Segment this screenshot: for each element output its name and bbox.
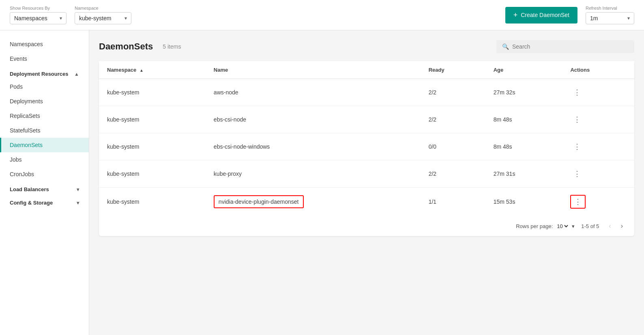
- items-count: 5 items: [163, 43, 181, 50]
- show-resources-chevron-icon: ▾: [60, 15, 62, 21]
- table-row: kube-system nvidia-device-plugin-daemons…: [99, 188, 634, 216]
- actions-menu-button[interactable]: ⋮: [570, 168, 584, 180]
- load-balancers-toggle-icon[interactable]: ▾: [77, 187, 79, 192]
- sidebar-item-namespaces[interactable]: Namespaces: [0, 37, 89, 51]
- table-container: Namespace ▲ Name Ready Age: [99, 61, 634, 236]
- table-row: kube-system kube-proxy 2/2 27m 31s ⋮: [99, 160, 634, 188]
- highlighted-actions[interactable]: ⋮: [570, 195, 586, 209]
- cell-name: aws-node: [206, 79, 421, 106]
- cell-actions: ⋮: [562, 79, 634, 106]
- show-resources-group: Show Resources By Namespaces ▾: [10, 6, 67, 24]
- namespace-label: Namespace: [75, 6, 131, 11]
- refresh-select-wrapper[interactable]: 1m 5m 30s Off ▾: [586, 12, 634, 24]
- sidebar-item-replicasets[interactable]: ReplicaSets: [0, 109, 89, 123]
- cell-namespace: kube-system: [99, 79, 206, 106]
- sidebar-item-jobs[interactable]: Jobs: [0, 152, 89, 167]
- col-ready: Ready: [421, 61, 485, 79]
- sidebar-item-deployments[interactable]: Deployments: [0, 94, 89, 109]
- search-input[interactable]: [512, 43, 629, 50]
- actions-menu-button[interactable]: ⋮: [570, 141, 584, 153]
- search-box[interactable]: 🔍: [496, 40, 634, 53]
- table-row: kube-system ebs-csi-node-windows 0/0 8m …: [99, 133, 634, 160]
- cell-actions: ⋮: [562, 133, 634, 160]
- show-resources-select-wrapper[interactable]: Namespaces ▾: [10, 12, 67, 24]
- sidebar-item-cronjobs[interactable]: CronJobs: [0, 167, 89, 181]
- rows-per-page-group: Rows per page: 10 25 50 ▾: [516, 223, 575, 230]
- sidebar: Namespaces Events Deployment Resources ▲…: [0, 30, 89, 335]
- rows-per-page-label: Rows per page:: [516, 223, 553, 229]
- top-bar: Show Resources By Namespaces ▾ Namespace…: [0, 0, 644, 30]
- cell-actions: ⋮: [562, 106, 634, 133]
- create-daemonset-button[interactable]: + Create DaemonSet: [505, 7, 577, 23]
- cell-age: 15m 53s: [485, 188, 562, 216]
- prev-page-button[interactable]: ‹: [605, 221, 614, 231]
- deployment-resources-toggle-icon[interactable]: ▲: [74, 71, 79, 77]
- rows-per-page-chevron-icon: ▾: [572, 223, 575, 229]
- cell-name: ebs-csi-node-windows: [206, 133, 421, 160]
- pagination-label: 1-5 of 5: [581, 223, 599, 229]
- cell-age: 8m 48s: [485, 106, 562, 133]
- table-footer: Rows per page: 10 25 50 ▾ 1-5 of 5 ‹ ›: [99, 216, 634, 236]
- cell-age: 27m 31s: [485, 160, 562, 188]
- next-page-button[interactable]: ›: [618, 221, 626, 231]
- pagination: ‹ ›: [605, 221, 626, 231]
- cell-name: nvidia-device-plugin-daemonset: [206, 188, 421, 216]
- cell-name: kube-proxy: [206, 160, 421, 188]
- cell-namespace: kube-system: [99, 160, 206, 188]
- cell-namespace: kube-system: [99, 106, 206, 133]
- sidebar-item-daemonsets[interactable]: DaemonSets: [0, 138, 89, 152]
- refresh-chevron-icon: ▾: [627, 15, 630, 21]
- sidebar-section-load-balancers[interactable]: Load Balancers ▾: [0, 181, 89, 195]
- cell-age: 27m 32s: [485, 79, 562, 106]
- namespace-select[interactable]: kube-system: [79, 15, 121, 21]
- refresh-label: Refresh Interval: [586, 6, 634, 11]
- cell-namespace: kube-system: [99, 188, 206, 216]
- cell-ready: 1/1: [421, 188, 485, 216]
- cell-actions: ⋮: [562, 160, 634, 188]
- main-content: DaemonSets 5 items 🔍 Namespace ▲ Name: [89, 30, 644, 335]
- refresh-select[interactable]: 1m 5m 30s Off: [590, 15, 624, 21]
- config-storage-toggle-icon[interactable]: ▾: [77, 200, 79, 206]
- cell-ready: 2/2: [421, 106, 485, 133]
- col-namespace[interactable]: Namespace ▲: [99, 61, 206, 79]
- create-btn-label: Create DaemonSet: [521, 12, 569, 18]
- cell-namespace: kube-system: [99, 133, 206, 160]
- show-resources-select[interactable]: Namespaces: [14, 15, 56, 21]
- actions-menu-button[interactable]: ⋮: [571, 196, 585, 208]
- col-name: Name: [206, 61, 421, 79]
- rows-per-page-select[interactable]: 10 25 50: [555, 223, 569, 230]
- sidebar-item-statefulsets[interactable]: StatefulSets: [0, 123, 89, 138]
- table-header-row: Namespace ▲ Name Ready Age: [99, 61, 634, 79]
- table-row: kube-system ebs-csi-node 2/2 8m 48s ⋮: [99, 106, 634, 133]
- namespace-select-wrapper[interactable]: kube-system ▾: [75, 12, 131, 24]
- plus-icon: +: [513, 11, 518, 19]
- sidebar-section-config-storage[interactable]: Config & Storage ▾: [0, 195, 89, 208]
- cell-name: ebs-csi-node: [206, 106, 421, 133]
- content-header: DaemonSets 5 items 🔍: [99, 40, 634, 53]
- cell-ready: 0/0: [421, 133, 485, 160]
- cell-age: 8m 48s: [485, 133, 562, 160]
- cell-ready: 2/2: [421, 79, 485, 106]
- sidebar-section-deployment-resources[interactable]: Deployment Resources ▲: [0, 66, 89, 79]
- actions-menu-button[interactable]: ⋮: [570, 113, 584, 126]
- actions-menu-button[interactable]: ⋮: [570, 86, 584, 98]
- col-actions: Actions: [562, 61, 634, 79]
- search-icon: 🔍: [502, 43, 509, 50]
- refresh-interval-group: Refresh Interval 1m 5m 30s Off ▾: [586, 6, 634, 24]
- main-layout: Namespaces Events Deployment Resources ▲…: [0, 30, 644, 335]
- namespace-group: Namespace kube-system ▾: [75, 6, 131, 24]
- sort-icon: ▲: [140, 68, 144, 73]
- page-title: DaemonSets: [99, 41, 153, 52]
- show-resources-label: Show Resources By: [10, 6, 67, 11]
- sidebar-item-events[interactable]: Events: [0, 51, 89, 66]
- table-row: kube-system aws-node 2/2 27m 32s ⋮: [99, 79, 634, 106]
- daemonsets-table: Namespace ▲ Name Ready Age: [99, 61, 634, 216]
- cell-ready: 2/2: [421, 160, 485, 188]
- col-age: Age: [485, 61, 562, 79]
- sidebar-item-pods[interactable]: Pods: [0, 79, 89, 94]
- cell-actions: ⋮: [562, 188, 634, 216]
- namespace-chevron-icon: ▾: [125, 15, 127, 21]
- highlighted-name: nvidia-device-plugin-daemonset: [214, 195, 304, 208]
